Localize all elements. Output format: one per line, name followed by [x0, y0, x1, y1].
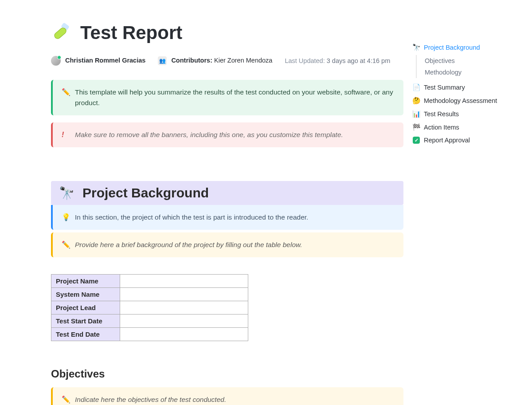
- toc-label: Objectives: [425, 57, 455, 64]
- row-value[interactable]: [120, 315, 248, 328]
- toc-item-objectives[interactable]: Objectives: [425, 55, 519, 67]
- table-row: System Name: [51, 288, 248, 301]
- toc-label: Methodology Assessment: [424, 97, 497, 104]
- project-info-table: Project Name System Name Project Lead Te…: [51, 274, 248, 341]
- table-row: Project Name: [51, 275, 248, 288]
- last-updated-label: Last Updated:: [285, 57, 325, 64]
- toc-item-methodology-assessment[interactable]: 🤔 Methodology Assessment: [412, 94, 519, 107]
- last-updated: Last Updated: 3 days ago at 4:16 pm: [285, 57, 390, 64]
- pencil-icon: ✏️: [62, 240, 70, 251]
- exclamation-icon: !: [62, 130, 64, 141]
- avatar: [51, 56, 61, 66]
- toc-label: Test Results: [424, 110, 459, 118]
- title-row: Test Report: [51, 22, 403, 43]
- toc-label: Action Items: [424, 124, 459, 131]
- table-of-contents: 🔭 Project Background Objectives Methodol…: [412, 41, 519, 146]
- meta-row: Christian Rommel Gracias 👥 Contributors:…: [51, 56, 403, 66]
- toc-item-action-items[interactable]: 🏁 Action Items: [412, 121, 519, 134]
- row-label: Project Name: [51, 275, 120, 288]
- telescope-icon: 🔭: [412, 43, 420, 51]
- page-title[interactable]: Test Report: [80, 22, 182, 43]
- section-heading-project-background[interactable]: 🔭 Project Background: [51, 181, 403, 205]
- contributors-chip[interactable]: 👥 Contributors: Kier Zoren Mendoza: [158, 56, 272, 65]
- thinking-icon: 🤔: [412, 97, 420, 105]
- author-chip[interactable]: Christian Rommel Gracias: [51, 56, 145, 66]
- toc-item-test-results[interactable]: 📊 Test Results: [412, 107, 519, 121]
- row-label: Test End Date: [51, 328, 120, 341]
- info-banner-intro[interactable]: ✏️ This template will help you summarize…: [51, 80, 403, 115]
- document-main: Test Report Christian Rommel Gracias 👥 C…: [51, 22, 403, 405]
- toc-item-methodology[interactable]: Methodology: [425, 67, 519, 78]
- toc-subgroup: Objectives Methodology: [416, 55, 519, 78]
- lightbulb-icon: 💡: [62, 212, 70, 223]
- document-icon: 📄: [412, 83, 420, 91]
- hint-banner-objectives[interactable]: ✏️ Indicate here the objectives of the t…: [51, 387, 403, 405]
- toc-label: Report Approval: [424, 137, 470, 144]
- section-heading-objectives[interactable]: Objectives: [51, 368, 403, 380]
- toc-label: Test Summary: [424, 84, 465, 91]
- pencil-icon: ✏️: [62, 394, 70, 405]
- people-icon: 👥: [158, 56, 167, 65]
- table-row: Test End Date: [51, 328, 248, 341]
- test-tube-icon: [51, 22, 72, 43]
- toc-item-report-approval[interactable]: ✓ Report Approval: [412, 134, 519, 146]
- banner-text: In this section, the project of which th…: [75, 213, 308, 221]
- row-value[interactable]: [120, 328, 248, 341]
- banner-text-line1: Indicate here the objectives of the test…: [75, 396, 226, 403]
- row-label: Test Start Date: [51, 315, 120, 328]
- row-label: Project Lead: [51, 301, 120, 315]
- row-label: System Name: [51, 288, 120, 301]
- bar-chart-icon: 📊: [412, 110, 420, 118]
- contributors-value: Kier Zoren Mendoza: [214, 57, 272, 64]
- toc-label: Project Background: [424, 44, 480, 51]
- contributors-label: Contributors:: [171, 57, 212, 64]
- banner-text: This template will help you summarize th…: [75, 88, 393, 106]
- row-value[interactable]: [120, 301, 248, 315]
- table-row: Test Start Date: [51, 315, 248, 328]
- row-value[interactable]: [120, 288, 248, 301]
- toc-label: Methodology: [425, 69, 462, 76]
- row-value[interactable]: [120, 275, 248, 288]
- check-icon: ✓: [412, 137, 420, 144]
- flag-icon: 🏁: [412, 123, 420, 131]
- info-banner-pb-blue[interactable]: 💡 In this section, the project of which …: [51, 205, 403, 230]
- warning-banner-remove[interactable]: ! Make sure to remove all the banners, i…: [51, 122, 403, 147]
- toc-item-test-summary[interactable]: 📄 Test Summary: [412, 81, 519, 94]
- section-title: Project Background: [82, 185, 209, 201]
- author-name: Christian Rommel Gracias: [65, 57, 145, 64]
- telescope-icon: 🔭: [59, 186, 74, 201]
- toc-item-project-background[interactable]: 🔭 Project Background: [412, 41, 519, 54]
- banner-text: Provide here a brief background of the p…: [75, 241, 302, 248]
- banner-text: Make sure to remove all the banners, inc…: [75, 131, 343, 138]
- hint-banner-pb-yellow[interactable]: ✏️ Provide here a brief background of th…: [51, 232, 403, 257]
- last-updated-value: 3 days ago at 4:16 pm: [327, 57, 391, 64]
- table-row: Project Lead: [51, 301, 248, 315]
- pencil-icon: ✏️: [62, 87, 70, 98]
